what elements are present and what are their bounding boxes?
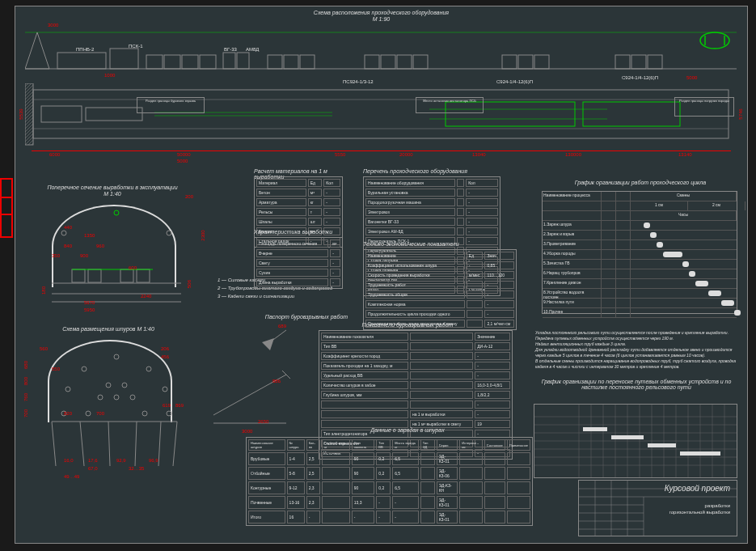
label-vg33: ВГ-33 — [224, 47, 237, 52]
cs-440: 440 — [64, 225, 72, 230]
sh-160: 16,0 — [64, 458, 74, 463]
dim-130000: 130000 — [565, 152, 581, 157]
cs-840: 840 — [64, 244, 72, 248]
dim-1000: 1000 — [104, 73, 115, 78]
svg-rect-18 — [502, 55, 517, 69]
dim-5550: 5550 — [335, 152, 345, 157]
svg-point-47 — [106, 383, 111, 388]
svg-line-70 — [282, 371, 290, 379]
vd-680: 680 — [23, 361, 28, 369]
sh-176: 17,6 — [88, 458, 98, 463]
cs-600: 600 — [129, 265, 137, 270]
vd-700: 700 — [23, 409, 28, 417]
svg-rect-93 — [583, 427, 607, 431]
svg-rect-15 — [381, 55, 395, 69]
sh-820: 820 — [64, 411, 72, 416]
sd-2650: 2650 — [258, 419, 268, 424]
dim-6000: 6000 — [49, 152, 60, 157]
svg-rect-41 — [120, 269, 133, 282]
label-am8d: АМ8Д — [246, 47, 259, 52]
label-c924a: С924-1/4-12(6)П — [496, 79, 533, 84]
svg-rect-40 — [88, 269, 101, 282]
label-c924b: С924-1/4-12(6)П — [622, 75, 658, 80]
svg-rect-8 — [200, 55, 216, 69]
chg-table: Наименование шпуров№ шпураКол-воГлубина … — [246, 437, 533, 526]
svg-point-55 — [163, 387, 167, 392]
cs-350: 350 — [52, 253, 60, 258]
sh-670: 67,0 — [88, 466, 98, 471]
svg-rect-39 — [72, 269, 85, 282]
dim-5000b: 5000 — [177, 159, 188, 163]
svg-rect-94 — [611, 435, 644, 439]
sh-4949: 49…49 — [64, 474, 79, 479]
label-psk1: ПСК-1 — [129, 44, 142, 49]
passport-title: Паспорт буровзрывных работ — [250, 314, 363, 320]
main-scale: М 1:90 — [15, 16, 747, 22]
svg-line-63 — [173, 422, 177, 466]
drawing-frame: Схема расположения проходческого оборудо… — [15, 6, 748, 544]
sh-700: 700 — [96, 411, 104, 416]
svg-rect-42 — [137, 269, 150, 282]
side-detail — [205, 326, 294, 431]
svg-point-60 — [114, 354, 119, 359]
svg-line-64 — [80, 422, 84, 466]
tb-sub2: горизонтальной выработки — [649, 510, 730, 515]
equip-title: Перечень проходческого оборудования — [363, 168, 500, 174]
svg-point-45 — [167, 231, 171, 235]
cross-detail — [48, 201, 193, 322]
svg-rect-5 — [146, 55, 163, 69]
plan-view — [25, 83, 737, 148]
ruler-left — [0, 178, 13, 238]
cs-900: 900 — [80, 253, 88, 258]
sh-929: 92,9 — [116, 458, 126, 463]
svg-point-52 — [82, 367, 87, 371]
svg-line-72 — [268, 330, 286, 344]
dim-5000a: 5000 — [686, 75, 697, 80]
sh-560: 560 — [40, 346, 48, 351]
svg-rect-10 — [237, 53, 249, 69]
dim-3000: 3000 — [48, 23, 58, 28]
svg-rect-7 — [182, 55, 198, 69]
svg-rect-16 — [397, 55, 412, 69]
note-box-3: Раздел границы погрузки породы — [674, 97, 734, 117]
cs-2240: 2240 — [141, 294, 151, 299]
svg-line-62 — [52, 422, 56, 466]
ind-title: Показатели буровзрывных работ — [319, 322, 496, 328]
svg-rect-21 — [615, 55, 630, 69]
svg-point-57 — [167, 411, 171, 416]
tech-table: НаименованиеЕдЗначКоэффициент использова… — [363, 249, 517, 330]
gantt2-title: График организации по переноске путевых … — [535, 379, 737, 390]
svg-rect-4 — [110, 49, 138, 69]
note-box-1: Раздел границы бурового взрыва — [137, 97, 205, 113]
elevation-view — [25, 24, 737, 73]
sh-619: 619 — [163, 403, 171, 408]
sh-206: 206 — [161, 346, 169, 351]
svg-rect-22 — [631, 55, 646, 69]
cross-title: Поперечное сечение выработки в эксплуата… — [32, 184, 193, 190]
legend-3: 3 — Кабели связи и сигнализации — [218, 294, 294, 299]
label-ps924: ПС924-1/3-12 — [343, 79, 374, 84]
char-title: Характеристика выработки — [254, 229, 351, 235]
notes-block: Укладка постоянного рельсового пути осущ… — [535, 330, 737, 370]
sd-689: 689 — [278, 324, 286, 328]
dim-line — [32, 150, 731, 151]
chg-title: Данные о зарядах в шпурах — [327, 427, 488, 433]
vd-760: 760 — [23, 393, 28, 401]
cs-1350: 1350 — [84, 233, 95, 238]
cs-2300: 2300 — [201, 230, 205, 240]
logo-icon — [699, 31, 731, 51]
main-title: Схема расположения проходческого оборудо… — [15, 10, 747, 15]
tb-title: Курсовой проект — [665, 484, 730, 493]
label-ppnb2: ППНБ-2 — [76, 47, 94, 52]
svg-point-58 — [86, 411, 91, 416]
gantt-title: График организации работ проходческого ц… — [543, 180, 737, 185]
svg-rect-23 — [648, 55, 662, 69]
tech-title: Технико-экономические показатели — [363, 241, 500, 247]
svg-rect-6 — [164, 55, 180, 69]
dim-20000: 20000 — [399, 152, 413, 157]
svg-rect-3 — [57, 53, 106, 69]
svg-point-49 — [98, 395, 103, 400]
svg-line-65 — [108, 422, 110, 466]
svg-rect-9 — [223, 53, 235, 69]
svg-rect-32 — [41, 106, 82, 122]
